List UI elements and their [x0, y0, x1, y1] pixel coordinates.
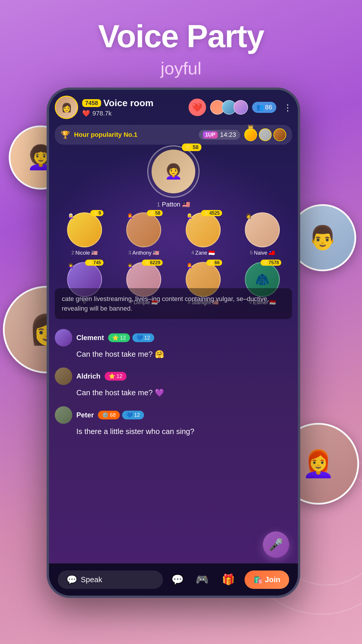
nicole-label: 2 Nicole 🇺🇸	[71, 250, 98, 256]
badge-green-1: ⭐ 12	[108, 333, 130, 342]
join-label: Join	[265, 575, 280, 584]
chat-section: Clement ⭐ 12 💙 12 Can the host take me? …	[55, 329, 292, 445]
join-button[interactable]: 🛍️ Join	[245, 570, 289, 589]
popularity-bar: 🏆 Hour popularity No.1 1UP 14:23 👑	[55, 125, 292, 145]
room-badge: 7458 Voice room	[82, 98, 184, 108]
badge-blue-2: 💙 12	[122, 411, 144, 419]
hero-title: Voice Party	[0, 18, 362, 55]
speak-label: Speak	[81, 575, 102, 584]
badge-blue-1: 💙 12	[132, 333, 154, 342]
speak-icon: 💬	[66, 575, 77, 585]
timer-text: 14:23	[220, 131, 236, 139]
host-star-badge: ⭐ 58	[182, 144, 201, 151]
chat-avatar-clement	[55, 329, 72, 346]
mic-float-button[interactable]: 🎤	[263, 531, 289, 558]
chat-message-3: Peter ⚙️ 68 💙 12 Is there a little siste…	[55, 406, 292, 437]
dimple-badge: ⭐6229	[142, 260, 163, 266]
badge-orange-1: ⚙️ 68	[98, 411, 120, 419]
notice-banner: cate green livestreaming, lives–ing cont…	[55, 288, 292, 319]
nicole-avatar: 👩‍🦳	[67, 212, 102, 247]
host-avatar-large: 👩‍🦱	[152, 150, 195, 193]
trophy-av-3	[273, 128, 286, 141]
naive-label: 5 Naive 🇹🇼	[250, 250, 275, 256]
follow-button[interactable]: ❤️	[189, 99, 206, 116]
room-info: 7458 Voice room ❤️ 978.7k	[82, 98, 184, 117]
join-icon: 🛍️	[253, 575, 263, 584]
crown-icon-1: 👑	[248, 124, 254, 130]
zane-label: 4 Zane 🇮🇩	[191, 250, 215, 256]
starlight-badge: ⭐66	[206, 260, 222, 266]
anthony-label: 3 Anthony 🇺🇸	[128, 250, 159, 256]
viewer-avatar-3	[233, 100, 248, 115]
room-header: 👩 7458 Voice room ❤️ 978.7k ❤️ 👥	[55, 96, 292, 119]
trophy-av-1	[244, 128, 257, 141]
hero-subtitle: joyful	[0, 58, 362, 78]
gift-icon-button[interactable]: 🎁	[218, 569, 239, 590]
game-icon-button[interactable]: 🎮	[192, 569, 212, 590]
speak-button[interactable]: 💬 Speak	[58, 570, 163, 589]
naive-avatar: 👩	[245, 212, 280, 247]
host-ring: 👩‍🦱 ⭐ 58	[147, 145, 200, 198]
heart-icon: ❤️	[82, 110, 90, 117]
chat-username-peter: Peter	[76, 411, 94, 419]
participant-anthony: 👩‍🦰 ⭐58 3 Anthony 🇺🇸	[117, 212, 171, 256]
host-name: Patton	[162, 201, 180, 208]
chat-text-aldrich: Can the host take me? 💜	[55, 387, 292, 398]
chat-user-row-1: Clement ⭐ 12 💙 12	[55, 329, 292, 346]
chat-message-1: Clement ⭐ 12 💙 12 Can the host take me? …	[55, 329, 292, 359]
count-number: 86	[265, 104, 272, 111]
chat-text-peter: Is there a little sister who can sing?	[55, 426, 292, 437]
score-badge: 7458	[82, 99, 101, 107]
popularity-text: Hour popularity No.1	[74, 131, 195, 139]
nicole-badge: ⭐9	[90, 210, 103, 216]
host-slot: 👩‍🦱 ⭐ 58 1 Patton 🇲🇾	[147, 145, 200, 208]
phone-mockup: 👩 7458 Voice room ❤️ 978.7k ❤️ 👥	[47, 88, 300, 598]
follower-count: 978.7k	[92, 110, 112, 117]
participant-naive: 👩 5 Naive 🇹🇼	[236, 212, 289, 256]
chat-user-row-2: Aldrich ⭐ 12	[55, 368, 292, 385]
bottom-bar: 💬 Speak 💬 🎮 🎁 🛍️ Join	[49, 563, 298, 596]
chat-text-clement: Can the host take me? 🤗	[55, 349, 292, 359]
viewer-count: 👥 86	[252, 102, 276, 113]
chat-badges-clement: ⭐ 12 💙 12	[108, 333, 154, 342]
trophy-avatars: 👑	[244, 128, 286, 141]
participant-zane: 👱‍♀️ ⭐4525 4 Zane 🇮🇩	[176, 212, 230, 256]
trophy-av-2	[259, 128, 272, 141]
more-button[interactable]: ⋮	[283, 102, 292, 113]
host-pos: 1	[157, 201, 160, 208]
zane-badge: ⭐4525	[201, 210, 222, 216]
zane-avatar: 👱‍♀️	[186, 212, 221, 247]
up-badge: 1UP	[203, 131, 218, 139]
room-name: Voice room	[103, 98, 154, 108]
chat-badges-peter: ⚙️ 68 💙 12	[98, 411, 144, 419]
chat-avatar-peter	[55, 406, 72, 424]
room-stats: ❤️ 978.7k	[82, 110, 184, 117]
participant-nicole: 👩‍🦳 ⭐9 2 Nicole 🇺🇸	[58, 212, 111, 256]
esther-badge: ⭐7578	[261, 260, 282, 266]
chat-username-aldrich: Aldrich	[76, 372, 101, 380]
timer-section: 1UP 14:23	[199, 130, 240, 140]
host-avatar[interactable]: 👩	[55, 96, 78, 119]
notice-text: cate green livestreaming, lives–ing cont…	[62, 295, 269, 312]
chat-username-clement: Clement	[76, 334, 104, 342]
phone-screen: 👩 7458 Voice room ❤️ 978.7k ❤️ 👥	[49, 90, 298, 596]
anthony-badge: ⭐58	[147, 210, 163, 216]
badge-pink-1: ⭐ 12	[105, 372, 126, 381]
host-flag: 🇲🇾	[182, 201, 190, 208]
trophy-icon: 🏆	[61, 130, 70, 139]
anthony-avatar: 👩‍🦰	[126, 212, 161, 247]
chat-avatar-aldrich	[55, 368, 72, 385]
chat-badges-aldrich: ⭐ 12	[105, 372, 126, 381]
chat-icon-button[interactable]: 💬	[169, 571, 186, 588]
people-icon: 👥	[256, 104, 264, 111]
chat-user-row-3: Peter ⚙️ 68 💙 12	[55, 406, 292, 424]
host-label: 1 Patton 🇲🇾	[157, 201, 190, 208]
viewer-avatars	[210, 100, 248, 115]
slot6-badge: ⭐745	[85, 260, 103, 266]
chat-message-2: Aldrich ⭐ 12 Can the host take me? 💜	[55, 368, 292, 398]
